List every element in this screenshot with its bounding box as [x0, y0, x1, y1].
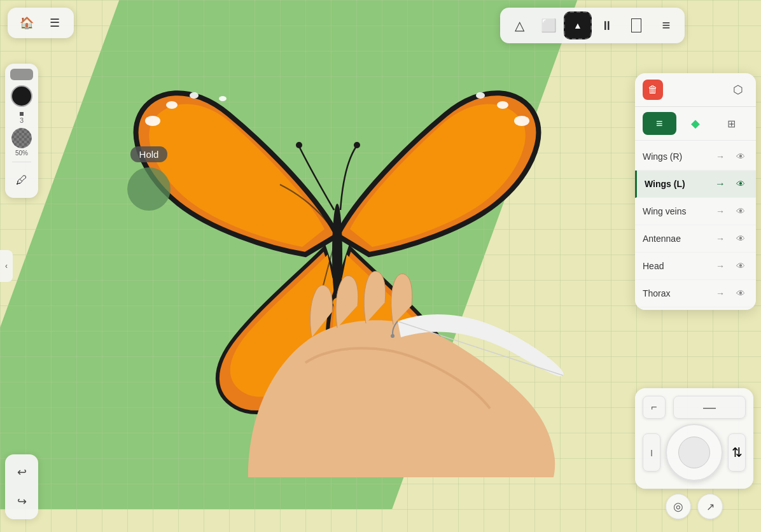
export-button[interactable]: ↗	[697, 494, 723, 519]
eyedropper-icon: 🖊	[16, 174, 27, 187]
chevron-left-icon: ‹	[5, 262, 8, 270]
top-toolbar: △ ⬜ ▲ ⏸ ⠀ ≡	[500, 8, 685, 43]
layer-name: Wings (R)	[643, 151, 708, 162]
opacity-icon	[11, 128, 32, 148]
camera-icon: ◎	[673, 500, 683, 514]
top-left-toolbar: 🏠 ☰	[8, 8, 74, 38]
zoom-minus-button[interactable]: —	[673, 396, 746, 419]
delete-layer-button[interactable]: 🗑	[643, 80, 663, 100]
grid-tab-icon: ⊞	[727, 118, 736, 130]
joystick-panel: ⌐ — | ⇅	[635, 388, 753, 489]
undo-icon: ↩	[17, 465, 27, 479]
rectangle-tool-button[interactable]: ⬜	[534, 11, 562, 39]
brush-size-control[interactable]: 3	[20, 112, 24, 124]
corner-tl-button[interactable]: ⌐	[643, 396, 666, 419]
layer-select-icon[interactable]: →	[713, 149, 728, 164]
layer-item[interactable]: Wings (R) → 👁	[635, 143, 756, 171]
sidebar-divider-1	[12, 162, 31, 162]
export-icon: ↗	[706, 501, 715, 513]
layer-select-icon[interactable]: →	[713, 286, 728, 301]
joystick-main-row: | ⇅	[643, 424, 746, 481]
layers-icon: ≡	[662, 17, 669, 34]
triangle-icon: △	[515, 18, 524, 33]
rectangle-icon: ⬜	[541, 18, 557, 33]
joystick-right-button[interactable]: ⇅	[728, 433, 746, 472]
bottom-icon-row: ◎ ↗	[666, 494, 723, 519]
joystick-thumb	[678, 437, 710, 468]
joystick-top-row: ⌐ —	[643, 396, 746, 419]
layer-visibility-icon[interactable]: 👁	[733, 149, 748, 164]
layer-item[interactable]: Head → 👁	[635, 253, 756, 280]
hold-label: Hold	[130, 146, 168, 162]
color-swatch[interactable]	[11, 85, 32, 107]
corner-tl-icon: ⌐	[651, 402, 657, 413]
home-button[interactable]: 🏠	[15, 11, 38, 34]
undo-redo-panel: ↩ ↪	[5, 454, 38, 519]
layer-visibility-icon[interactable]: 👁	[733, 204, 748, 219]
hold-bubble: Hold	[127, 146, 171, 211]
layer-visibility-icon[interactable]: 👁	[733, 231, 748, 246]
hamburger-icon: ☰	[50, 16, 60, 30]
layer-select-icon[interactable]: →	[713, 258, 728, 274]
hold-circle	[127, 167, 171, 211]
frame-icon: ⠀	[631, 18, 641, 32]
brush-preview	[10, 69, 33, 80]
panel-header: 🗑 ⬡	[635, 73, 756, 107]
layer-visibility-icon[interactable]: 👁	[733, 258, 748, 274]
home-icon: 🏠	[20, 16, 34, 30]
layer-item[interactable]: Wing veins → 👁	[635, 198, 756, 225]
cube-icon: ⬡	[733, 83, 743, 97]
layer-name: Wing veins	[643, 206, 708, 216]
minus-icon: —	[703, 400, 716, 415]
right-panel: 🗑 ⬡ ≡ ◆ ⊞ Wings (R) → 👁 Wings (L) → 👁	[635, 73, 756, 310]
left-panel-toggle[interactable]: ‹	[0, 250, 13, 282]
camera-button[interactable]: ◎	[666, 494, 691, 519]
layer-visibility-active-icon[interactable]: 👁	[733, 176, 748, 192]
layers-button[interactable]: ≡	[652, 11, 680, 39]
layer-select-icon[interactable]: →	[713, 231, 728, 246]
trash-icon: 🗑	[648, 84, 658, 95]
frame-button[interactable]: ⠀	[622, 11, 650, 39]
3d-view-button[interactable]: ⬡	[728, 80, 748, 100]
layer-item[interactable]: Antennae → 👁	[635, 225, 756, 253]
layer-select-active-icon[interactable]: →	[713, 176, 728, 192]
layer-item[interactable]: Wings (L) → 👁	[635, 171, 756, 198]
tab-color[interactable]: ◆	[679, 112, 713, 135]
size-value: 3	[20, 116, 24, 124]
select-icon: ▲	[573, 20, 582, 31]
layer-item[interactable]: Thorax → 👁	[635, 280, 756, 307]
menu-button[interactable]: ☰	[43, 11, 66, 34]
layer-name: Antennae	[643, 234, 708, 244]
eyedropper-button[interactable]: 🖊	[9, 167, 34, 193]
opacity-control[interactable]: 50%	[11, 128, 32, 157]
triangle-tool-button[interactable]: △	[505, 11, 533, 39]
tab-grid[interactable]: ⊞	[715, 112, 748, 135]
select-tool-button[interactable]: ▲	[564, 11, 592, 39]
video-button[interactable]: ⏸	[593, 11, 621, 39]
layer-select-icon[interactable]: →	[713, 204, 728, 219]
opacity-value: 50%	[15, 150, 28, 157]
video-icon: ⏸	[601, 18, 613, 33]
left-sidebar: 3 50% 🖊	[5, 64, 38, 198]
redo-button[interactable]: ↪	[9, 489, 34, 514]
bottom-controls: ⌐ — | ⇅ ◎ ↗	[635, 388, 753, 519]
layer-name: Head	[643, 261, 708, 271]
joystick-disk[interactable]	[666, 424, 723, 481]
undo-button[interactable]: ↩	[9, 459, 34, 485]
panel-tabs: ≡ ◆ ⊞	[635, 107, 756, 141]
layers-tab-icon: ≡	[656, 117, 663, 130]
color-tab-icon: ◆	[691, 116, 700, 130]
joystick-left-icon: |	[651, 449, 653, 456]
size-dot	[20, 112, 24, 116]
redo-icon: ↪	[17, 494, 27, 508]
layer-visibility-icon[interactable]: 👁	[733, 286, 748, 301]
joystick-left-button[interactable]: |	[643, 433, 660, 472]
layer-name: Thorax	[643, 288, 708, 298]
joystick-right-icon: ⇅	[732, 445, 743, 460]
tab-layers[interactable]: ≡	[643, 112, 676, 135]
layers-list: Wings (R) → 👁 Wings (L) → 👁 Wing veins →…	[635, 141, 756, 310]
layer-name: Wings (L)	[645, 179, 708, 189]
